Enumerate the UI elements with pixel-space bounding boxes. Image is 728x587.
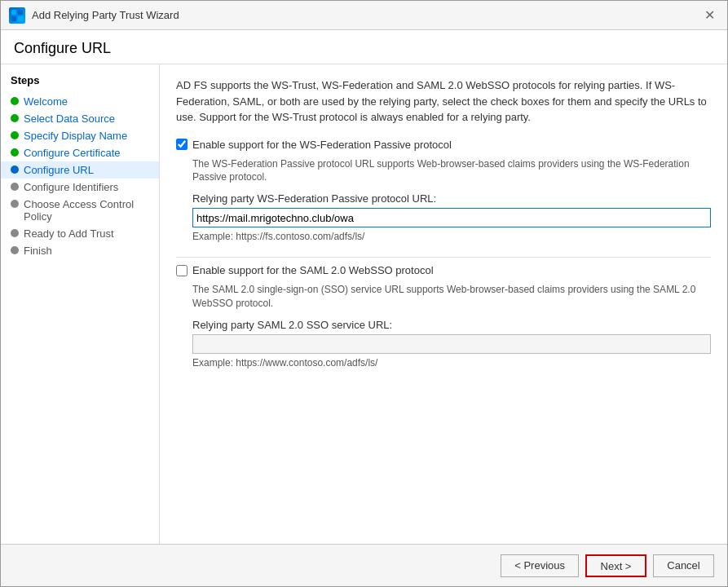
sidebar-item-configure-identifiers[interactable]: Configure Identifiers: [1, 179, 159, 196]
saml-field-label: Relying party SAML 2.0 SSO service URL:: [192, 319, 711, 331]
saml-checkbox-row: Enable support for the SAML 2.0 WebSSO p…: [176, 264, 711, 276]
section-divider: [176, 257, 711, 258]
sidebar-item-specify-display-name[interactable]: Specify Display Name: [1, 127, 159, 144]
sidebar-label-select-data-source: Select Data Source: [24, 113, 115, 125]
sidebar-label-ready-to-add-trust: Ready to Add Trust: [24, 227, 114, 240]
svg-rect-3: [18, 16, 23, 21]
ws-federation-checkbox-label[interactable]: Enable support for the WS-Federation Pas…: [192, 139, 452, 151]
svg-rect-0: [11, 10, 16, 15]
intro-text: AD FS supports the WS-Trust, WS-Federati…: [176, 77, 711, 126]
app-icon: [9, 7, 25, 24]
sidebar-item-finish[interactable]: Finish: [1, 242, 159, 259]
ws-federation-url-input[interactable]: [192, 208, 711, 227]
svg-rect-2: [11, 16, 16, 21]
ws-federation-field-label: Relying party WS-Federation Passive prot…: [192, 192, 711, 205]
step-dot-finish: [11, 246, 19, 254]
close-button[interactable]: ✕: [699, 6, 719, 25]
sidebar-label-configure-certificate: Configure Certificate: [24, 147, 121, 159]
sidebar-label-specify-display-name: Specify Display Name: [24, 130, 127, 142]
sidebar-label-choose-access-control: Choose Access Control Policy: [24, 198, 149, 223]
sidebar-item-configure-url[interactable]: Configure URL: [1, 161, 159, 179]
sidebar-item-choose-access-control[interactable]: Choose Access Control Policy: [1, 196, 159, 225]
steps-title: Steps: [1, 74, 159, 93]
step-dot-select-data-source: [11, 114, 19, 122]
saml-example: Example: https://www.contoso.com/adfs/ls…: [192, 357, 711, 369]
content-area: Steps Welcome Select Data Source Specify…: [1, 64, 727, 544]
sidebar-item-ready-to-add-trust[interactable]: Ready to Add Trust: [1, 225, 159, 242]
main-content: AD FS supports the WS-Trust, WS-Federati…: [160, 64, 727, 544]
step-dot-configure-url: [11, 166, 19, 174]
sidebar-label-configure-url: Configure URL: [24, 164, 94, 176]
sidebar-item-welcome[interactable]: Welcome: [1, 93, 159, 110]
next-button[interactable]: Next >: [585, 554, 646, 577]
cancel-button[interactable]: Cancel: [653, 554, 714, 577]
step-dot-welcome: [11, 97, 19, 105]
ws-federation-example: Example: https://fs.contoso.com/adfs/ls/: [192, 231, 711, 242]
svg-rect-1: [18, 10, 23, 15]
step-dot-configure-certificate: [11, 148, 19, 157]
saml-checkbox[interactable]: [176, 265, 188, 276]
ws-federation-checkbox[interactable]: [176, 139, 188, 150]
sidebar-item-configure-certificate[interactable]: Configure Certificate: [1, 144, 159, 161]
ws-federation-section: Enable support for the WS-Federation Pas…: [176, 139, 711, 243]
previous-button[interactable]: < Previous: [501, 554, 579, 577]
saml-section: Enable support for the SAML 2.0 WebSSO p…: [176, 264, 711, 369]
main-window: Add Relying Party Trust Wizard ✕ Configu…: [0, 0, 728, 587]
sidebar: Steps Welcome Select Data Source Specify…: [1, 64, 160, 544]
title-bar-left: Add Relying Party Trust Wizard: [9, 7, 179, 24]
ws-federation-checkbox-row: Enable support for the WS-Federation Pas…: [176, 139, 711, 151]
ws-federation-description: The WS-Federation Passive protocol URL s…: [192, 157, 711, 185]
page-title: Configure URL: [14, 40, 714, 57]
page-header: Configure URL: [1, 30, 727, 64]
step-dot-ready-to-add-trust: [11, 229, 19, 237]
step-dot-configure-identifiers: [11, 183, 19, 191]
window-title: Add Relying Party Trust Wizard: [32, 9, 179, 21]
sidebar-item-select-data-source[interactable]: Select Data Source: [1, 110, 159, 127]
saml-url-input[interactable]: [192, 334, 711, 354]
sidebar-label-welcome: Welcome: [24, 95, 68, 108]
step-dot-choose-access-control: [11, 200, 19, 208]
sidebar-label-configure-identifiers: Configure Identifiers: [24, 181, 118, 193]
saml-checkbox-label[interactable]: Enable support for the SAML 2.0 WebSSO p…: [192, 264, 434, 276]
sidebar-label-finish: Finish: [24, 245, 52, 257]
step-dot-specify-display-name: [11, 131, 19, 139]
saml-description: The SAML 2.0 single-sign-on (SSO) servic…: [192, 283, 711, 311]
title-bar: Add Relying Party Trust Wizard ✕: [1, 1, 727, 30]
footer: < Previous Next > Cancel: [1, 544, 727, 586]
